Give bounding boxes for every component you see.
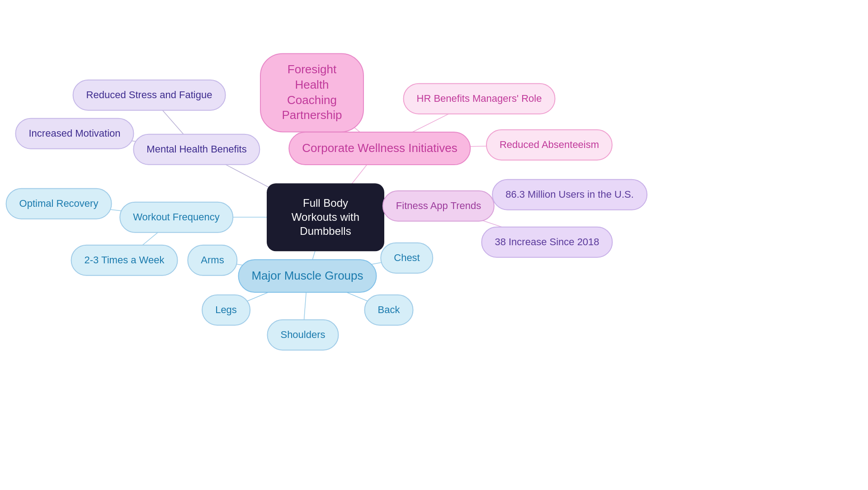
foresight-node[interactable]: Foresight Health CoachingPartnership [260, 53, 364, 132]
times-week-node[interactable]: 2-3 Times a Week [71, 245, 178, 276]
optimal-recovery-node[interactable]: Optimal Recovery [6, 188, 112, 219]
reduced-stress-node[interactable]: Reduced Stress and Fatigue [73, 80, 226, 111]
legs-node[interactable]: Legs [202, 295, 250, 326]
workout-frequency-node[interactable]: Workout Frequency [119, 202, 233, 233]
mind-map: Full Body Workouts withDumbbells Mental … [0, 0, 868, 490]
increased-motivation-node[interactable]: Increased Motivation [15, 118, 134, 149]
arms-node[interactable]: Arms [187, 245, 237, 276]
center-node[interactable]: Full Body Workouts withDumbbells [267, 183, 384, 251]
reduced-absenteeism-node[interactable]: Reduced Absenteeism [486, 129, 613, 161]
corporate-wellness-node[interactable]: Corporate Wellness Initiatives [288, 132, 471, 165]
chest-node[interactable]: Chest [380, 243, 433, 274]
major-muscle-node[interactable]: Major Muscle Groups [238, 259, 377, 293]
increase-2018-node[interactable]: 38 Increase Since 2018 [481, 227, 613, 258]
mental-health-node[interactable]: Mental Health Benefits [133, 134, 260, 165]
hr-benefits-node[interactable]: HR Benefits Managers' Role [403, 83, 556, 114]
fitness-app-node[interactable]: Fitness App Trends [382, 190, 495, 222]
shoulders-node[interactable]: Shoulders [267, 319, 339, 351]
million-users-node[interactable]: 86.3 Million Users in the U.S. [492, 179, 647, 210]
back-node[interactable]: Back [364, 295, 414, 326]
